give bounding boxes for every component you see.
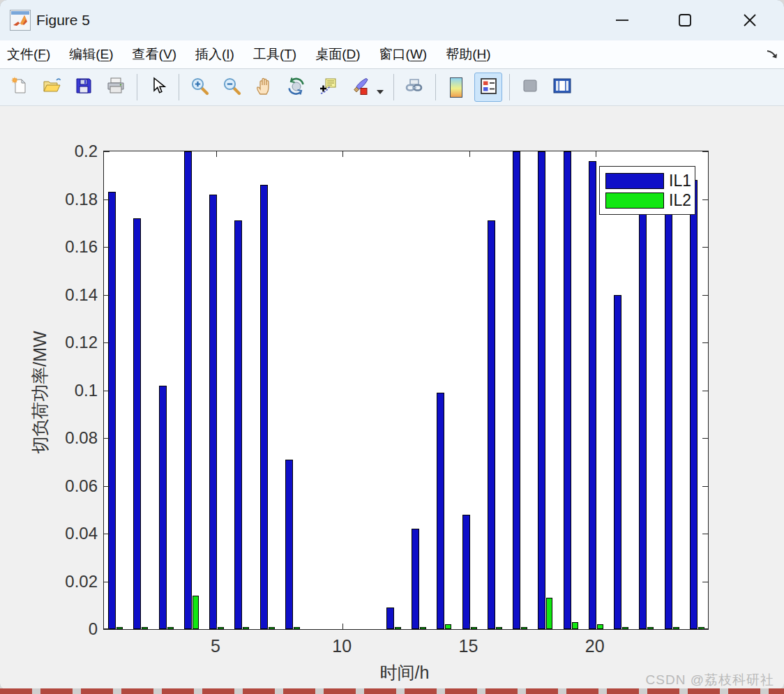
bar-il2-h22: [647, 627, 654, 629]
save-figure-icon: [75, 77, 93, 98]
bar-il1-h19: [564, 151, 571, 629]
print-figure-button[interactable]: [102, 73, 130, 102]
x-axis-title: 时间/h: [300, 661, 509, 684]
close-button[interactable]: [734, 6, 765, 35]
bar-il2-h1: [116, 627, 123, 629]
bar-il2-h13: [420, 627, 426, 629]
rotate-3d-button[interactable]: [282, 73, 310, 102]
y-tick: [702, 628, 708, 629]
bar-il1-h24: [690, 180, 698, 629]
bar-il1-h17: [513, 151, 520, 629]
legend-entry-il2: IL2: [605, 190, 695, 210]
zoom-in-button[interactable]: [186, 73, 213, 102]
bar-il1-h3: [159, 386, 167, 629]
bar-il2-h16: [496, 627, 502, 629]
bar-il2-h7: [269, 627, 275, 629]
menu-item-i[interactable]: 插入(I): [195, 45, 234, 63]
x-tick: [342, 151, 343, 157]
new-figure-button[interactable]: [6, 73, 33, 102]
insert-colorbar-button[interactable]: [442, 73, 470, 102]
y-tick: [104, 438, 110, 439]
y-tick-label: 0.06: [0, 476, 98, 496]
show-plot-tools-icon: [552, 77, 572, 98]
bar-il2-h8: [294, 627, 300, 629]
x-tick: [216, 151, 217, 157]
plot-area[interactable]: [103, 151, 709, 630]
y-tick: [702, 534, 708, 534]
y-tick: [104, 534, 110, 534]
x-tick: [216, 624, 217, 629]
zoom-out-icon: [223, 77, 241, 98]
y-tick-label: 0.04: [0, 524, 98, 543]
bar-il1-h22: [639, 199, 647, 630]
legend-swatch-il2: [605, 193, 664, 209]
y-tick: [104, 391, 110, 391]
insert-legend-button[interactable]: [474, 73, 502, 102]
new-figure-icon: [10, 77, 29, 98]
hide-plot-tools-button[interactable]: [516, 73, 544, 102]
bar-il1-h16: [488, 220, 495, 629]
y-tick-label: 0: [0, 619, 98, 639]
pan-button[interactable]: [250, 73, 278, 102]
open-file-icon: [42, 77, 61, 98]
legend-label-il2: IL2: [669, 191, 691, 210]
y-tick-label: 0.14: [0, 285, 98, 305]
print-figure-icon: [106, 77, 126, 98]
brush-dropdown-caret[interactable]: [377, 90, 384, 94]
background-red-dashes: [0, 688, 784, 694]
bar-il1-h13: [412, 529, 419, 629]
bar-il1-h18: [538, 151, 545, 629]
y-tick: [702, 438, 708, 439]
bar-il2-h19: [572, 622, 578, 629]
menu-item-h[interactable]: 帮助(H): [446, 45, 490, 63]
bar-il2-h20: [597, 624, 603, 629]
save-figure-button[interactable]: [70, 73, 98, 102]
menu-item-v[interactable]: 查看(V): [133, 45, 176, 63]
toolbar-separator: [435, 74, 436, 100]
y-tick: [104, 295, 110, 296]
bar-il1-h12: [386, 608, 394, 629]
y-tick-label: 0.2: [0, 142, 98, 161]
y-tick-label: 0.18: [0, 190, 98, 209]
toolbar-separator: [509, 74, 510, 100]
menu-item-d[interactable]: 桌面(D): [315, 45, 360, 63]
menu-item-e[interactable]: 编辑(E): [69, 45, 113, 63]
toolbar-separator: [137, 74, 137, 100]
open-file-button[interactable]: [38, 73, 66, 102]
y-tick-label: 0.16: [0, 237, 98, 257]
show-plot-tools-button[interactable]: [548, 73, 576, 102]
y-tick: [702, 151, 708, 152]
bar-il1-h7: [260, 185, 268, 629]
minimize-button[interactable]: [607, 6, 638, 35]
x-tick: [342, 624, 343, 629]
bar-il2-h3: [167, 627, 174, 629]
figure-window: Figure 5 文件(F)编辑(E)查看(V)插入(I)工具(T)桌面(D)窗…: [0, 0, 784, 689]
y-tick: [702, 391, 708, 391]
menu-item-w[interactable]: 窗口(W): [379, 45, 428, 63]
brush-button[interactable]: [346, 73, 374, 102]
matlab-figure-icon: [10, 10, 31, 31]
bar-il2-h18: [546, 598, 552, 629]
menu-item-t[interactable]: 工具(T): [253, 45, 296, 63]
bar-il2-h14: [445, 624, 451, 629]
menu-item-f[interactable]: 文件(F): [7, 45, 50, 63]
x-tick: [469, 151, 470, 157]
bar-il2-h2: [142, 627, 148, 629]
y-tick-label: 0.08: [0, 428, 98, 448]
zoom-out-button[interactable]: [218, 73, 246, 102]
link-plot-button[interactable]: [400, 73, 428, 102]
maximize-button[interactable]: [670, 6, 700, 35]
y-tick: [104, 486, 110, 487]
legend[interactable]: IL1IL2: [599, 166, 695, 215]
dock-arrow-icon[interactable]: [764, 47, 780, 64]
bar-il2-h5: [218, 627, 224, 629]
bar-il1-h21: [614, 295, 621, 630]
bar-il1-h8: [285, 460, 293, 629]
data-cursor-button[interactable]: [314, 73, 342, 102]
edit-plot-pointer-button[interactable]: [144, 73, 172, 102]
rotate-3d-icon: [287, 77, 306, 98]
y-tick-label: 0.12: [0, 333, 98, 352]
data-cursor-icon: [319, 77, 338, 98]
y-tick: [104, 199, 110, 200]
y-tick: [702, 486, 708, 487]
